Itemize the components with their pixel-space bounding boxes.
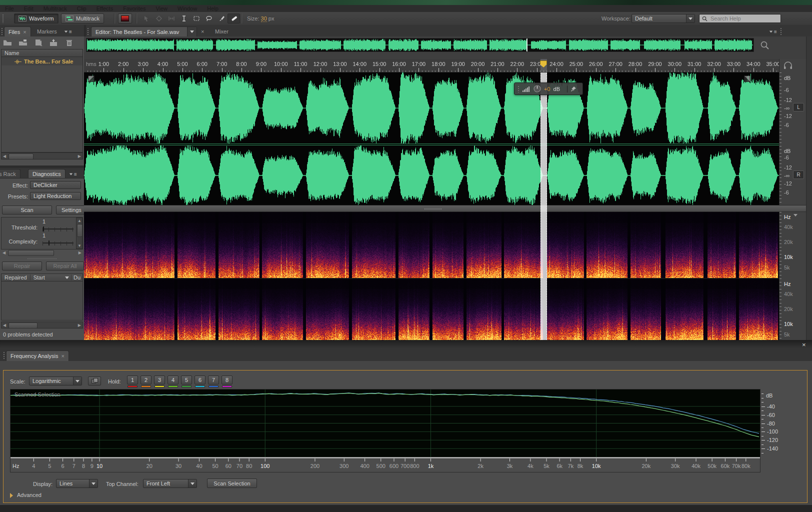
search-help-box[interactable] [699, 14, 781, 23]
left-channel-button[interactable]: L [793, 103, 804, 112]
spectral-right-channel[interactable] [84, 279, 779, 340]
menu-edit[interactable]: Edit [24, 6, 34, 12]
fa-window-header[interactable]: × [0, 340, 812, 349]
files-hscroll-thumb[interactable] [8, 154, 34, 160]
new-file-button[interactable] [34, 39, 43, 46]
fa-window-close-icon[interactable]: × [802, 341, 806, 348]
tab-markers[interactable]: Markers [33, 26, 61, 36]
files-hscrollbar[interactable]: ◀ ▶ [1, 152, 83, 160]
multitrack-view-button[interactable]: Multitrack [61, 14, 104, 24]
search-help-input[interactable] [710, 15, 772, 22]
files-panel-menu-icon[interactable]: ≡ [64, 29, 72, 34]
time-selection-band[interactable] [540, 72, 547, 340]
files-name-header[interactable]: Name [1, 49, 83, 57]
scroll-left-icon[interactable]: ◀ [2, 250, 6, 256]
zoom-magnifier-icon[interactable] [760, 40, 770, 50]
scroll-left-icon[interactable]: ◀ [3, 322, 6, 328]
lasso-selection-tool-button[interactable] [202, 14, 215, 24]
tab-effects-rack[interactable]: ts Rack [0, 169, 20, 178]
tab-diagnostics[interactable]: Diagnostics [28, 169, 66, 178]
repair-all-button[interactable]: Repair All [46, 262, 84, 270]
scroll-left-icon[interactable]: ◀ [3, 154, 6, 159]
tab-frequency-analysis[interactable]: Frequency Analysis× [6, 350, 69, 361]
slip-tool-button[interactable] [165, 14, 178, 24]
scroll-up-icon[interactable]: ▲ [78, 218, 82, 224]
menu-multitrack[interactable]: Multitrack [44, 6, 67, 12]
hold-button-3[interactable]: 3 [154, 376, 165, 384]
editor-panel-menu-icon[interactable]: ≡ [769, 29, 776, 34]
fa-display-dropdown[interactable]: Lines [56, 479, 98, 488]
time-selection-tool-button[interactable] [178, 14, 190, 24]
scan-selection-button[interactable]: Scan Selection [207, 478, 257, 488]
hold-button-8[interactable]: 8 [222, 376, 232, 384]
file-row[interactable]: The Bea... For Sale [2, 57, 82, 66]
hud-gain-value[interactable]: +0 [544, 86, 550, 92]
menu-help[interactable]: Help [207, 6, 218, 12]
fa-advanced-label[interactable]: Advanced [17, 492, 42, 498]
repair-button[interactable]: Repair [2, 262, 42, 270]
open-file-button[interactable] [3, 39, 12, 46]
tab-files[interactable]: Files× [4, 26, 31, 36]
splitter-grip[interactable] [424, 208, 442, 210]
hud-grip[interactable] [518, 86, 520, 92]
editor-tab-close-icon[interactable]: × [201, 29, 204, 34]
waveform-view-button[interactable]: Waveform [14, 14, 58, 24]
settings-button[interactable]: Settings [56, 206, 84, 214]
menu-favorites[interactable]: Favorites [123, 6, 146, 12]
threshold-slider[interactable] [42, 226, 74, 232]
fade-in-handle[interactable] [88, 76, 94, 82]
waveform-spectral-splitter[interactable] [84, 205, 806, 212]
repair-hscrollbar[interactable]: ◀ ▶ [1, 322, 83, 328]
complexity-slider-thumb[interactable] [48, 240, 50, 246]
gain-knob-icon[interactable] [534, 85, 541, 92]
complexity-slider[interactable] [42, 240, 74, 246]
tab-files-close-icon[interactable]: × [23, 30, 26, 34]
fa-tab-close-icon[interactable]: × [61, 354, 64, 358]
marquee-selection-tool-button[interactable] [190, 14, 202, 24]
diag-hscroll-thumb[interactable] [8, 250, 54, 256]
hold-button-2[interactable]: 2 [140, 376, 152, 384]
editor-panel-grip[interactable] [87, 28, 89, 35]
tab-mixer[interactable]: Mixer [211, 26, 232, 36]
col-duration[interactable]: Du [71, 274, 82, 280]
menu-view[interactable]: View [156, 6, 168, 12]
menu-effects[interactable]: Effects [96, 6, 113, 12]
menu-clip[interactable]: Clip [77, 6, 86, 12]
fade-out-handle[interactable] [744, 76, 750, 82]
fa-scale-dropdown[interactable]: Logarithmic [29, 376, 82, 386]
threshold-slider-thumb[interactable] [43, 226, 44, 232]
timeline-ruler[interactable]: hms 1:002:003:004:005:006:007:008:009:00… [84, 59, 779, 72]
hold-button-5[interactable]: 5 [181, 376, 192, 384]
spectral-display-toggle[interactable] [118, 14, 132, 24]
spot-healing-brush-tool-button[interactable] [228, 14, 240, 24]
hold-button-4[interactable]: 4 [168, 376, 178, 384]
col-repaired[interactable]: Repaired [2, 274, 30, 280]
files-panel-grip[interactable] [1, 28, 3, 35]
diag-hscrollbar[interactable]: ◀ ▶ [1, 250, 83, 256]
menu-window[interactable]: Window [178, 6, 197, 12]
pin-icon[interactable] [570, 86, 576, 92]
advanced-disclosure-icon[interactable] [10, 493, 13, 498]
editor-tab-dropdown-icon[interactable] [187, 27, 196, 36]
hold-button-7[interactable]: 7 [208, 376, 219, 384]
repair-hscroll-thumb[interactable] [8, 322, 38, 328]
scroll-down-icon[interactable]: ▼ [78, 243, 82, 248]
diag-splitter-grip[interactable] [27, 258, 57, 260]
scan-button[interactable]: Scan [2, 206, 52, 214]
waveform-left-channel[interactable] [84, 72, 779, 144]
right-channel-button[interactable]: R [793, 170, 804, 179]
healing-tool-button[interactable] [152, 14, 165, 24]
hold-button-1[interactable]: 1 [127, 376, 138, 384]
scroll-right-icon[interactable]: ▶ [78, 250, 82, 256]
fa-panel-grip[interactable] [3, 352, 5, 359]
col-start[interactable]: Start [30, 274, 65, 280]
toolbar-grip[interactable] [2, 14, 4, 23]
import-file-button[interactable] [18, 39, 28, 46]
diagnostics-vscrollbar[interactable]: ▲ ▼ [76, 218, 82, 249]
menu-file[interactable]: File [5, 6, 14, 12]
effect-dropdown[interactable]: DeClicker [30, 181, 81, 189]
copy-graph-button[interactable] [88, 376, 101, 386]
paintbrush-tool-button[interactable] [215, 14, 228, 24]
trash-button[interactable] [65, 39, 74, 46]
scroll-right-icon[interactable]: ▶ [78, 322, 81, 328]
